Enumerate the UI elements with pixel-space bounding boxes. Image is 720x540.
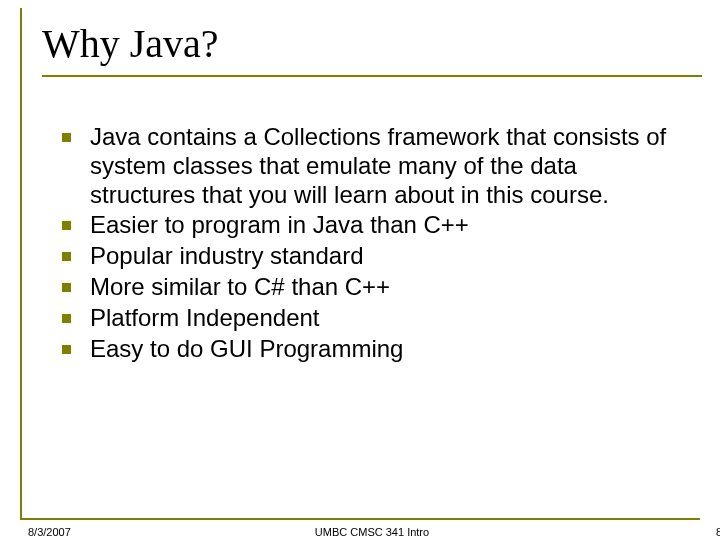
list-item: Easy to do GUI Programming	[62, 335, 670, 364]
bullet-text: More similar to C# than C++	[90, 273, 390, 300]
bullet-icon	[62, 221, 71, 230]
bullet-text: Easy to do GUI Programming	[90, 335, 403, 362]
footer: 8/3/2007 UMBC CMSC 341 Intro 8	[22, 520, 720, 538]
bullet-icon	[62, 345, 71, 354]
bullet-icon	[62, 283, 71, 292]
bullet-text: Easier to program in Java than C++	[90, 211, 469, 238]
list-item: Platform Independent	[62, 304, 670, 333]
slide-title: Why Java?	[42, 20, 700, 67]
list-item: Java contains a Collections framework th…	[62, 123, 670, 209]
bullet-text: Java contains a Collections framework th…	[90, 123, 666, 208]
bullet-text: Platform Independent	[90, 304, 320, 331]
bullet-icon	[62, 133, 71, 142]
footer-page-number: 8	[716, 526, 720, 538]
bullet-text: Popular industry standard	[90, 242, 364, 269]
list-item: Easier to program in Java than C++	[62, 211, 670, 240]
slide: Why Java? Java contains a Collections fr…	[20, 8, 700, 520]
bullet-icon	[62, 252, 71, 261]
content-area: Java contains a Collections framework th…	[22, 83, 700, 363]
bullet-list: Java contains a Collections framework th…	[62, 123, 670, 363]
footer-center: UMBC CMSC 341 Intro	[22, 526, 720, 538]
title-underline	[42, 75, 702, 77]
list-item: Popular industry standard	[62, 242, 670, 271]
list-item: More similar to C# than C++	[62, 273, 670, 302]
title-area: Why Java?	[22, 8, 700, 83]
bullet-icon	[62, 314, 71, 323]
